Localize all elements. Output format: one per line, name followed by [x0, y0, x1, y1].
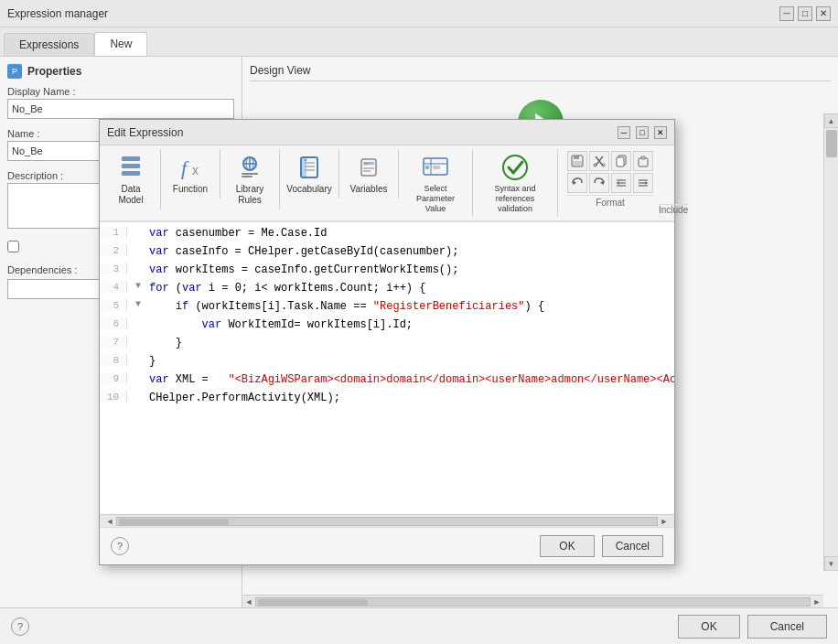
code-lines: 1 var casenumber = Me.Case.Id 2 var case… [100, 222, 674, 413]
editor-scroll-left[interactable]: ◄ [103, 515, 116, 528]
line-content-6: var WorkItemId= workItems[i].Id; [145, 317, 674, 332]
save-button[interactable] [567, 151, 587, 171]
svg-rect-9 [242, 173, 258, 175]
redo-button[interactable] [589, 173, 609, 193]
toolbar-group-syntax: Syntax and referencesvalidation [478, 149, 558, 217]
syntax-button[interactable]: Syntax and referencesvalidation [478, 149, 552, 217]
data-model-button[interactable]: Data Model [107, 149, 155, 209]
line-num-10: 10 [100, 391, 127, 402]
line-num-5: 5 [100, 299, 127, 311]
toolbar-group-library-rules: Library Rules [226, 149, 280, 209]
scroll-thumb[interactable] [826, 130, 837, 157]
line-content-8: } [145, 354, 674, 369]
code-area[interactable]: 1 var casenumber = Me.Case.Id 2 var case… [100, 222, 674, 514]
cancel-button-main[interactable]: Cancel [747, 615, 827, 639]
variables-button[interactable]: {x} Variables [345, 149, 392, 199]
svg-marker-39 [573, 180, 576, 185]
tab-expressions[interactable]: Expressions [4, 33, 94, 56]
code-line-3: 3 var workItems = caseInfo.getCurrentWor… [100, 263, 674, 281]
syntax-label: Syntax and referencesvalidation [481, 184, 549, 213]
line-gutter-5: ▼ [131, 299, 145, 309]
main-window: Expression manager ─ □ ✕ Expressions New… [0, 0, 838, 644]
vocabulary-button[interactable]: Vocabulary [285, 149, 333, 199]
line-num-8: 8 [100, 354, 127, 366]
indent-left-button[interactable] [611, 173, 631, 193]
svg-marker-40 [600, 180, 604, 185]
dialog-controls: ─ □ ✕ [618, 126, 667, 139]
scroll-right-arrow[interactable]: ► [811, 596, 823, 608]
dialog-help-button[interactable]: ? [111, 537, 129, 555]
scroll-down-arrow[interactable]: ▼ [824, 556, 839, 571]
format-row-1 [567, 151, 653, 171]
code-line-5: 5 ▼ if (workItems[i].Task.Name == "Regis… [100, 299, 674, 317]
ok-button-main[interactable]: OK [678, 615, 739, 639]
line-num-7: 7 [100, 336, 127, 348]
design-view-label: Design View [250, 64, 831, 81]
close-button[interactable]: ✕ [816, 6, 831, 21]
library-rules-button[interactable]: Library Rules [226, 149, 274, 209]
line-num-4: 4 [100, 281, 127, 293]
code-line-7: 7 } [100, 336, 674, 354]
dialog-close-button[interactable]: ✕ [654, 126, 667, 139]
edit-expression-dialog: Edit Expression ─ □ ✕ [99, 119, 675, 565]
scroll-thumb-h[interactable] [258, 599, 368, 606]
code-line-9: 9 var XML = "<BizAgiWSParam><domain>doma… [100, 372, 674, 391]
toolbar-group-data-model: Data Model [107, 149, 161, 209]
scroll-left-arrow[interactable]: ◄ [242, 596, 255, 608]
indent-right-button[interactable] [633, 173, 653, 193]
code-line-6: 6 var WorkItemId= workItems[i].Id; [100, 317, 674, 336]
paste-button[interactable] [633, 151, 653, 171]
minimize-button[interactable]: ─ [779, 6, 794, 21]
vocabulary-icon [295, 153, 324, 182]
dialog-title-bar: Edit Expression ─ □ ✕ [100, 120, 674, 145]
dialog-ok-button[interactable]: OK [540, 535, 594, 557]
svg-marker-48 [645, 181, 648, 185]
editor-inner: 1 var casenumber = Me.Case.Id 2 var case… [100, 222, 674, 514]
scroll-up-arrow[interactable]: ▲ [824, 113, 839, 128]
format-section-label: Format [567, 195, 653, 208]
dialog-maximize-button[interactable]: □ [636, 126, 649, 139]
line-gutter-4: ▼ [131, 281, 145, 291]
function-button[interactable]: f x Function [167, 149, 214, 199]
cut-button[interactable] [589, 151, 609, 171]
library-rules-label: Library Rules [229, 184, 271, 206]
dialog-footer-buttons: OK Cancel [540, 535, 663, 557]
copy-button[interactable] [611, 151, 631, 171]
svg-rect-30 [573, 161, 582, 166]
line-content-5: if (workItems[i].Task.Name == "RegisterB… [145, 299, 674, 314]
help-button-main[interactable]: ? [11, 617, 29, 636]
undo-button[interactable] [567, 173, 587, 193]
code-line-8: 8 } [100, 354, 674, 372]
properties-icon: P [7, 64, 22, 79]
code-line-10: 10 CHelper.PerformActivity(XML); [100, 391, 674, 409]
code-editor[interactable]: 1 var casenumber = Me.Case.Id 2 var case… [100, 221, 674, 514]
dialog-title: Edit Expression [107, 126, 618, 139]
svg-text:x: x [192, 163, 199, 177]
line-content-3: var workItems = caseInfo.getCurrentWorkI… [145, 263, 674, 277]
line-num-1: 1 [100, 226, 127, 238]
line-num-2: 2 [100, 244, 127, 256]
display-name-input[interactable] [7, 99, 234, 119]
svg-rect-2 [122, 171, 140, 176]
toolbar-group-variables: {x} Variables [345, 149, 399, 199]
dialog-cancel-button[interactable]: Cancel [602, 535, 663, 557]
editor-scroll-right[interactable]: ► [658, 515, 671, 528]
select-parameter-button[interactable]: Select ParameterValue [404, 149, 467, 217]
dialog-minimize-button[interactable]: ─ [618, 126, 630, 139]
variables-icon: {x} [354, 153, 383, 182]
checkbox-input[interactable] [7, 241, 19, 252]
variables-label: Variables [350, 184, 388, 195]
function-label: Function [173, 184, 208, 195]
window-title: Expression manager [7, 7, 779, 20]
tab-new[interactable]: New [94, 32, 147, 56]
maximize-button[interactable]: □ [798, 6, 812, 21]
svg-rect-10 [242, 176, 252, 177]
svg-rect-0 [122, 156, 140, 161]
code-line-2: 2 var caseInfo = CHelper.getCaseById(cas… [100, 244, 674, 263]
function-icon: f x [176, 153, 205, 182]
section-title: Properties [27, 65, 81, 78]
bottom-buttons: OK Cancel [678, 615, 827, 639]
line-content-4: for (var i = 0; i< workItems.Count; i++)… [145, 281, 674, 295]
editor-h-thumb[interactable] [119, 519, 229, 526]
display-name-row: Display Name : [7, 86, 234, 119]
